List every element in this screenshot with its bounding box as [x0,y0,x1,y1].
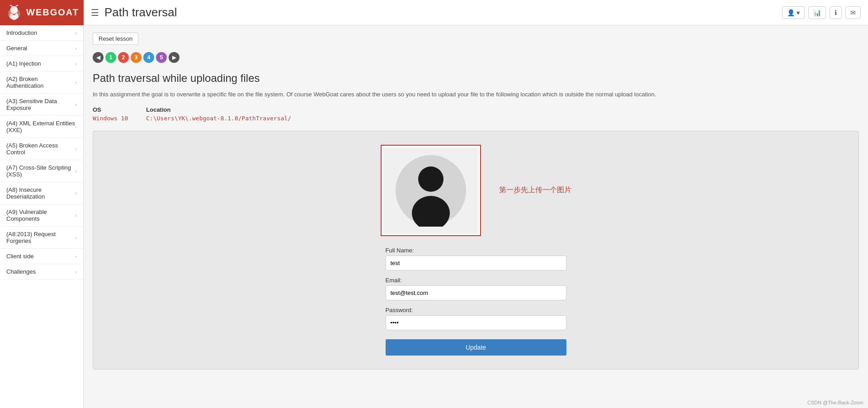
sidebar-item-a4-xml[interactable]: (A4) XML External Entities (XXE) › [0,116,83,138]
update-button[interactable]: Update [386,339,566,356]
lesson-description: In this assignment the goal is to overwr… [93,90,859,99]
password-group: Password: [386,307,566,330]
sidebar-label-a3-sensitive-data: (A3) Sensitive Data Exposure [6,98,75,111]
chart-icon-button[interactable]: 📊 [808,6,826,19]
chevron-right-icon: › [75,269,77,275]
avatar-container [381,145,481,236]
location-column: Location C:\Users\YK\.webgoat-8.1.0/Path… [146,106,291,122]
step-1-button[interactable]: 1 [105,52,116,63]
os-value: Windows 10 [93,115,128,122]
sidebar-item-challenges[interactable]: Challenges › [0,264,83,280]
email-label: Email: [386,277,566,284]
chevron-right-icon: › [75,30,77,36]
hint-text: 第一步先上传一个图片 [499,186,571,194]
location-value: C:\Users\YK\.webgoat-8.1.0/PathTraversal… [146,115,291,122]
sidebar-label-a2-broken-auth: (A2) Broken Authentication [6,76,75,89]
svg-point-1 [10,6,18,14]
sidebar-label-introduction: Introduction [6,29,37,36]
email-input[interactable] [386,285,566,300]
header-icons: 👤 ▾ 📊 ℹ ✉ [782,6,861,19]
chevron-right-icon: › [75,124,77,129]
watermark: CSDN @The-Back-Zoom [807,400,863,405]
sidebar-label-client-side: Client side [6,253,34,260]
chevron-right-icon: › [75,213,77,218]
logo-text: WEBGOAT [26,7,79,18]
lesson-title: Path traversal while uploading files [93,72,859,85]
sidebar-label-a7-xss: (A7) Cross-Site Scripting (XSS) [6,164,75,178]
avatar-silhouette-icon [395,154,467,227]
sidebar-item-a1-injection[interactable]: (A1) Injection › [0,56,83,71]
os-label: OS [93,106,128,113]
form-fields: Full Name: Email: Password: Update [386,247,566,356]
chevron-right-icon: › [75,190,77,196]
form-card: 第一步先上传一个图片 Full Name: Email: Password: [93,131,859,370]
chevron-right-icon: › [75,102,77,107]
sidebar-item-a8-2013[interactable]: (A8:2013) Request Forgeries › [0,227,83,249]
info-icon: ℹ [835,9,837,16]
sidebar-item-introduction[interactable]: Introduction › [0,25,83,41]
sidebar-label-a5-broken-access: (A5) Broken Access Control [6,142,75,156]
sidebar-item-a2-broken-auth[interactable]: (A2) Broken Authentication › [0,71,83,94]
content-area: Reset lesson ◀ 1 2 3 4 5 ▶ Path traversa… [84,25,868,408]
sidebar-label-general: General [6,45,27,52]
chevron-right-icon: › [75,146,77,152]
chevron-right-icon: › [75,168,77,174]
step-4-button[interactable]: 4 [143,52,154,63]
mail-icon: ✉ [850,9,856,16]
sidebar-item-a9-vulnerable[interactable]: (A9) Vulnerable Components › [0,204,83,227]
os-column: OS Windows 10 [93,106,128,122]
sidebar-label-a1-injection: (A1) Injection [6,60,41,67]
avatar [383,147,478,233]
svg-point-3 [418,166,443,192]
sidebar-label-a8-2013: (A8:2013) Request Forgeries [6,231,75,244]
chevron-right-icon: › [75,254,77,259]
mail-icon-button[interactable]: ✉ [845,6,861,19]
sidebar-item-general[interactable]: General › [0,41,83,56]
chevron-right-icon: › [75,235,77,240]
full-name-label: Full Name: [386,247,566,254]
step-3-button[interactable]: 3 [131,52,142,63]
content-inner: Reset lesson ◀ 1 2 3 4 5 ▶ Path traversa… [84,25,868,377]
next-step-button[interactable]: ▶ [169,52,179,63]
chart-icon: 📊 [813,9,821,16]
location-label: Location [146,106,291,113]
reset-lesson-button[interactable]: Reset lesson [93,33,138,45]
password-label: Password: [386,307,566,313]
os-location-info: OS Windows 10 Location C:\Users\YK\.webg… [93,106,859,122]
user-icon: 👤 [787,9,795,16]
header: WEBGOAT ☰ Path traversal 👤 ▾ 📊 ℹ ✉ [0,0,868,25]
chevron-right-icon: › [75,46,77,51]
email-group: Email: [386,277,566,300]
step-navigation: ◀ 1 2 3 4 5 ▶ [93,52,859,63]
sidebar-item-client-side[interactable]: Client side › [0,249,83,264]
profile-section: 第一步先上传一个图片 [381,145,571,236]
full-name-input[interactable] [386,256,566,270]
page-title: Path traversal [104,5,782,19]
logo-icon [5,3,24,22]
password-input[interactable] [386,315,566,330]
chevron-right-icon: › [75,61,77,66]
user-icon-button[interactable]: 👤 ▾ [782,6,805,19]
chevron-right-icon: › [75,80,77,85]
hint-section: 第一步先上传一个图片 [499,185,571,195]
sidebar-item-a7-xss[interactable]: (A7) Cross-Site Scripting (XSS) › [0,160,83,182]
hamburger-button[interactable]: ☰ [91,7,99,18]
sidebar-item-a8-insecure[interactable]: (A8) Insecure Deserialization › [0,182,83,204]
sidebar: Introduction › General › (A1) Injection … [0,25,84,408]
info-icon-button[interactable]: ℹ [830,6,842,19]
sidebar-item-a3-sensitive-data[interactable]: (A3) Sensitive Data Exposure › [0,94,83,116]
sidebar-label-a8-insecure: (A8) Insecure Deserialization [6,186,75,200]
sidebar-item-a5-broken-access[interactable]: (A5) Broken Access Control › [0,138,83,160]
sidebar-label-a4-xml: (A4) XML External Entities (XXE) [6,120,75,133]
user-dropdown-arrow: ▾ [797,9,800,16]
main-layout: Introduction › General › (A1) Injection … [0,25,868,408]
full-name-group: Full Name: [386,247,566,270]
logo: WEBGOAT [0,0,84,25]
sidebar-label-challenges: Challenges [6,268,36,275]
sidebar-label-a9-vulnerable: (A9) Vulnerable Components [6,209,75,222]
step-5-button[interactable]: 5 [156,52,167,63]
prev-step-button[interactable]: ◀ [93,52,104,63]
step-2-button[interactable]: 2 [118,52,129,63]
